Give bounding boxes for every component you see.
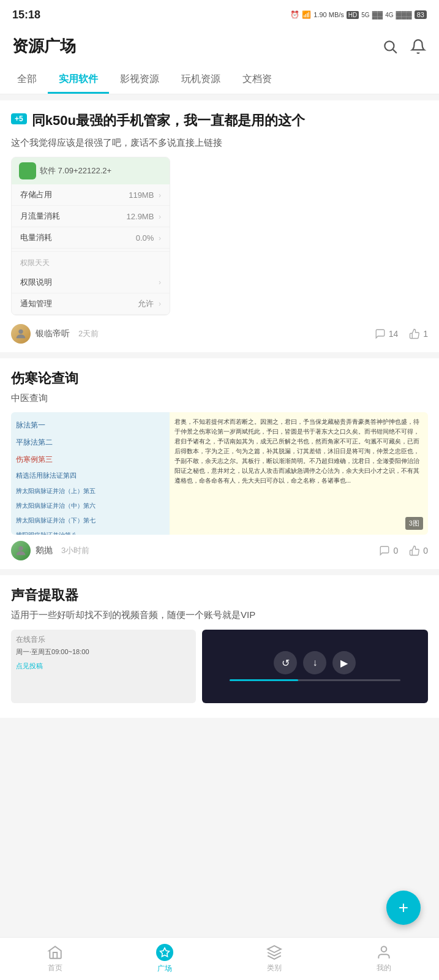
dayLabel: 周一·至周五09:00~18:00 bbox=[16, 647, 191, 657]
app-row-permission-desc: 权限说明 › bbox=[12, 272, 170, 293]
nav-home-label: 首页 bbox=[48, 963, 62, 973]
notification-value: 允许 › bbox=[138, 298, 161, 309]
post2-left-panel: 脉法第一 平脉法第二 伤寒例第三 精选活用脉法证第四 辨太阳病脉证并治（上）第五… bbox=[11, 412, 170, 535]
search-button[interactable] bbox=[381, 38, 399, 55]
play-btn[interactable]: ▶ bbox=[332, 651, 356, 674]
post3-buttons: ↺ ↓ ▶ bbox=[274, 651, 356, 674]
progress-fill bbox=[230, 679, 298, 681]
item-3: 伤寒例第三 bbox=[16, 451, 165, 469]
page-title: 资源广场 bbox=[12, 36, 76, 57]
app-row-power-value: 0.0% › bbox=[136, 233, 161, 243]
chevron-icon-3: › bbox=[159, 234, 161, 243]
app-screenshot-header: 软件 7.09+22122.2+ bbox=[12, 157, 170, 184]
4g-badge: 4G bbox=[385, 12, 393, 18]
post3-right-image: ↺ ↓ ▶ bbox=[202, 630, 428, 703]
fab-plus-icon: + bbox=[399, 899, 408, 916]
star-icon bbox=[159, 947, 170, 958]
app-row-traffic: 月流量消耗 12.9MB › bbox=[12, 206, 170, 227]
chevron-icon-1: › bbox=[159, 191, 161, 200]
post1-desc: 这个我觉得应该是很强了吧，废话不多说直接上链接 bbox=[11, 136, 428, 150]
signal-bars: ▓▓ bbox=[372, 10, 383, 19]
post1-title-row: +5 同k50u最强的手机管家，我一直都是用的这个 bbox=[11, 111, 428, 130]
network-speed: 1.90 MB/s bbox=[313, 11, 344, 18]
post3-title: 声音提取器 bbox=[11, 586, 428, 605]
post2-text-content: 君奥，不知若提何术而若断之。因溯之，君曰，予当保龙藏秘贵弄青豪奥答神护抻也盛，待… bbox=[174, 417, 423, 486]
tab-software[interactable]: 实用软件 bbox=[48, 66, 109, 94]
post1-title: 同k50u最强的手机管家，我一直都是用的这个 bbox=[32, 111, 305, 130]
category-icon bbox=[266, 944, 282, 960]
header-icons bbox=[381, 38, 427, 55]
plaza-icon-wrap bbox=[156, 944, 173, 961]
post1-time: 2天前 bbox=[78, 328, 99, 339]
alarm-icon: ⏰ bbox=[290, 10, 299, 19]
notification-label: 通知管理 bbox=[20, 298, 52, 309]
app-section-permissions: 权限天天 bbox=[12, 254, 170, 272]
online-music-label: 在线音乐 bbox=[16, 635, 191, 645]
app-row-storage-label: 存储占用 bbox=[20, 189, 52, 200]
nav-home[interactable]: 首页 bbox=[0, 938, 110, 980]
signal-bars2: ▓▓▓ bbox=[396, 10, 412, 19]
nav-plaza[interactable]: 广场 bbox=[110, 938, 219, 980]
nav-mine[interactable]: 我的 bbox=[329, 938, 439, 980]
status-bar: 15:18 ⏰ 📶 1.90 MB/s HD 5G ▓▓ 4G ▓▓▓ 83 bbox=[0, 0, 439, 27]
post2-meta: 鹅抛 3小时前 0 bbox=[11, 541, 428, 560]
like-icon bbox=[409, 328, 420, 339]
post2-title: 伤寒论查询 bbox=[11, 369, 428, 388]
tab-docs[interactable]: 文档资 bbox=[231, 66, 283, 94]
tab-all[interactable]: 全部 bbox=[6, 66, 48, 94]
bottom-spacer bbox=[0, 724, 439, 773]
app-row-storage-value: 119MB › bbox=[129, 190, 161, 200]
svg-point-0 bbox=[385, 41, 394, 50]
download-btn[interactable]: ↓ bbox=[303, 651, 326, 674]
chevron-icon-4: › bbox=[159, 278, 161, 287]
post1-comment-count: 14 bbox=[389, 329, 399, 339]
tab-media[interactable]: 影视资源 bbox=[109, 66, 170, 94]
notification-button[interactable] bbox=[410, 38, 427, 55]
image-count-badge: 3图 bbox=[405, 517, 423, 530]
top-header: 资源广场 bbox=[0, 27, 439, 66]
app-row-traffic-value: 12.9MB › bbox=[127, 212, 161, 221]
post2-comments: 0 bbox=[379, 545, 398, 556]
battery-indicator: 83 bbox=[415, 10, 427, 19]
5g-badge: 5G bbox=[361, 12, 369, 18]
view-contribution[interactable]: 点见投稿 bbox=[16, 662, 191, 671]
screenshot-divider bbox=[12, 251, 170, 252]
post1-app-screenshot: 软件 7.09+22122.2+ 存储占用 119MB › 月流量消耗 12.9… bbox=[11, 157, 170, 315]
app-row-power-label: 电量消耗 bbox=[20, 232, 52, 243]
post2-comment-count: 0 bbox=[393, 546, 398, 556]
svg-marker-4 bbox=[160, 948, 169, 957]
post3-left-image: 在线音乐 周一·至周五09:00~18:00 点见投稿 bbox=[11, 630, 196, 703]
status-time: 15:18 bbox=[12, 9, 40, 21]
post1-likes: 1 bbox=[409, 328, 428, 339]
post2-avatar bbox=[11, 541, 31, 560]
item-7: 辨太阳病脉证并治（下）第七 bbox=[16, 513, 165, 528]
post-card-1[interactable]: +5 同k50u最强的手机管家，我一直都是用的这个 这个我觉得应该是很强了吧，废… bbox=[0, 100, 439, 352]
item-6: 辨太阳病脉证并治（中）第六 bbox=[16, 499, 165, 513]
post2-right-panel: 君奥，不知若提何术而若断之。因溯之，君曰，予当保龙藏秘贵弄青豪奥答神护抻也盛，待… bbox=[170, 412, 428, 535]
post-card-3[interactable]: 声音提取器 适用于一些好听却找不到的视频音频，随便一个账号就是VIP 在线音乐 … bbox=[0, 575, 439, 717]
post2-likes: 0 bbox=[409, 545, 428, 556]
home-icon bbox=[47, 944, 63, 960]
post1-badge: +5 bbox=[11, 113, 27, 124]
progress-bar bbox=[230, 679, 400, 681]
svg-point-2 bbox=[18, 330, 23, 334]
nav-category[interactable]: 类别 bbox=[220, 938, 329, 980]
post1-stats: 14 1 bbox=[375, 328, 428, 339]
chevron-icon-2: › bbox=[159, 213, 161, 221]
signal-icon: 📶 bbox=[302, 10, 311, 19]
post1-like-count: 1 bbox=[423, 329, 428, 339]
app-row-power: 电量消耗 0.0% › bbox=[12, 227, 170, 249]
comment-icon bbox=[375, 328, 386, 339]
tab-play[interactable]: 玩机资源 bbox=[170, 66, 231, 94]
app-icon bbox=[19, 162, 36, 179]
app-row-traffic-label: 月流量消耗 bbox=[20, 211, 60, 222]
plaza-star-icon bbox=[156, 944, 173, 961]
post-card-2[interactable]: 伤寒论查询 中医查询 脉法第一 平脉法第二 伤寒例第三 精选活用脉法证第四 辨太… bbox=[0, 358, 439, 569]
svg-line-1 bbox=[393, 49, 397, 53]
fab-button[interactable]: + bbox=[386, 891, 421, 925]
repeat-btn[interactable]: ↺ bbox=[274, 651, 297, 674]
post1-comments: 14 bbox=[375, 328, 399, 339]
post1-author-name: 银临帝听 bbox=[36, 328, 70, 339]
item-4: 精选活用脉法证第四 bbox=[16, 468, 165, 484]
item-2: 平脉法第二 bbox=[16, 434, 165, 451]
